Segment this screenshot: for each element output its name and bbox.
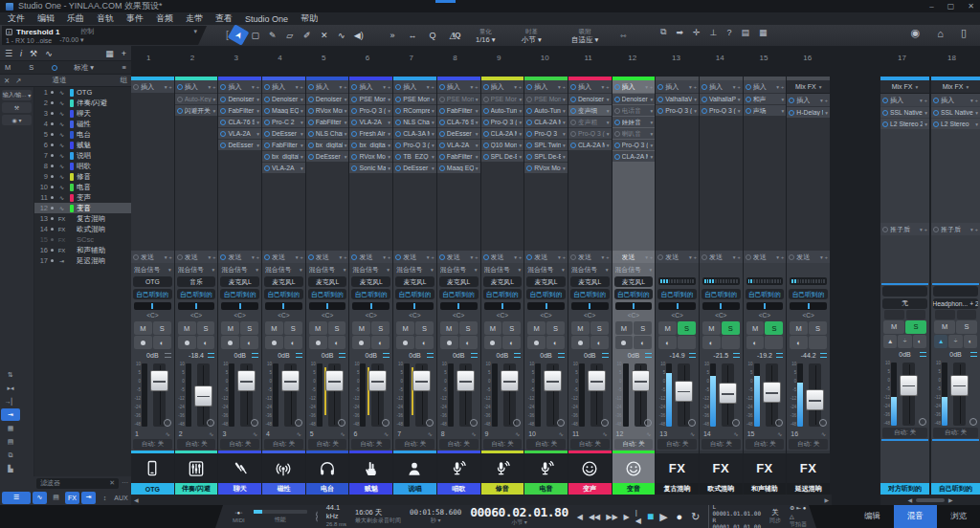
channel-name-label[interactable]: 和声辅助 xyxy=(744,483,787,495)
metronome-button[interactable]: ▲ xyxy=(883,335,897,348)
power-icon[interactable] xyxy=(483,84,489,90)
insert-slot[interactable]: bx_digital V3.▾ xyxy=(306,140,349,150)
send-slot[interactable]: 混合信号▾ xyxy=(349,263,392,275)
collapse-tracks-icon[interactable]: ⇅ xyxy=(1,368,20,381)
pan-slider[interactable] xyxy=(702,302,740,310)
insert-slot[interactable]: SSL Native B.▾ xyxy=(931,107,980,118)
automation-icon[interactable] xyxy=(427,353,434,358)
mute-button[interactable]: M xyxy=(221,321,239,335)
timestretch-icon[interactable]: ↔ xyxy=(405,27,420,43)
power-icon[interactable] xyxy=(702,254,707,260)
automation-icon[interactable] xyxy=(339,353,345,358)
fader-handle[interactable] xyxy=(544,370,562,391)
power-icon[interactable] xyxy=(177,84,183,90)
input-source-button[interactable]: OTG xyxy=(133,276,172,287)
output-route-button[interactable]: 自己听到的 xyxy=(308,289,347,299)
listen-tool[interactable]: ◀) xyxy=(351,27,367,43)
track-row[interactable]: 12∿变音 xyxy=(34,203,131,213)
insert-slot[interactable]: SPL De-Esse.▾ xyxy=(481,151,524,162)
input-source-button[interactable]: 麦克风L xyxy=(439,276,479,287)
channel-icon-tile[interactable]: FX xyxy=(787,453,830,483)
track-row[interactable]: 15FXSCsc xyxy=(34,234,131,245)
output-route-button[interactable]: 无 xyxy=(882,298,927,309)
send-section-header[interactable]: 发送▾+ xyxy=(700,251,743,263)
mute-button[interactable]: M xyxy=(309,321,327,335)
pan-slider[interactable] xyxy=(440,302,478,310)
return-to-start-icon[interactable]: |◀ xyxy=(635,508,641,525)
power-icon[interactable] xyxy=(395,84,401,90)
automation-icon[interactable] xyxy=(776,353,783,358)
power-icon[interactable] xyxy=(264,84,270,90)
power-icon[interactable] xyxy=(657,84,663,90)
menu-item-5[interactable]: 音频 xyxy=(156,12,173,25)
menu-item-1[interactable]: 编辑 xyxy=(37,12,55,25)
power-icon[interactable] xyxy=(746,254,751,260)
plugin-power-icon[interactable] xyxy=(220,143,226,148)
track-row[interactable]: 8∿唱歌 xyxy=(34,161,131,171)
mute-button[interactable]: M xyxy=(178,321,196,335)
record-arm-button[interactable] xyxy=(484,336,502,349)
performance-meter[interactable]: 性能 xyxy=(254,510,307,524)
insert-slot[interactable]: NLS Channel.▾ xyxy=(393,117,436,127)
autoscroll-icon[interactable]: » xyxy=(385,27,400,43)
channel-options-button[interactable] xyxy=(557,419,565,427)
solo-button[interactable]: S xyxy=(153,321,171,335)
midi-device-selector[interactable]: ◉ ▾ xyxy=(2,115,32,125)
channel-options-button[interactable] xyxy=(732,419,740,427)
channel-icon-tile[interactable] xyxy=(131,453,174,483)
solo-button[interactable]: S xyxy=(956,320,977,334)
insert-slot[interactable]: FabFilter Pro.▾ xyxy=(437,105,480,116)
insert-slot[interactable]: VLA-2A▾ xyxy=(349,117,392,127)
user-icon[interactable]: ◉ xyxy=(911,27,921,39)
channel-name-label[interactable]: 延迟混响 xyxy=(787,483,830,495)
insert-slot[interactable]: Pro-C 2▾ xyxy=(262,117,305,127)
send-slot[interactable] xyxy=(787,263,830,275)
channel-icon-tile[interactable] xyxy=(262,453,305,483)
plugin-power-icon[interactable] xyxy=(395,131,401,137)
eraser-tool[interactable]: ▱ xyxy=(282,27,298,43)
track-row[interactable]: 2∿伴奏/闪避 xyxy=(34,98,131,108)
solo-button[interactable]: S xyxy=(328,321,346,335)
plugin-power-icon[interactable] xyxy=(439,165,445,171)
insert-slot[interactable]: Pro-Q 3 (7)▾ xyxy=(656,105,699,116)
plugin-power-icon[interactable] xyxy=(882,121,888,127)
pan-slider[interactable] xyxy=(484,302,522,310)
insert-slot[interactable]: PSE Mono▾ xyxy=(349,94,392,104)
automation-mode-button[interactable]: 自动: 关 xyxy=(177,439,216,450)
output-route-button[interactable]: 自己听到的 xyxy=(526,289,566,299)
output-route-button[interactable]: 自己听到的 xyxy=(133,289,172,299)
send-section-header[interactable]: 发送▾+ xyxy=(349,251,392,263)
plugin-power-icon[interactable] xyxy=(570,143,576,148)
channel-options-button[interactable] xyxy=(775,419,783,427)
output-route-button[interactable]: 自己听到的 xyxy=(351,289,390,299)
plugin-power-icon[interactable] xyxy=(526,154,532,160)
track-row[interactable]: 11∿变声 xyxy=(34,192,131,203)
input-box[interactable] xyxy=(882,286,927,297)
output-route-button[interactable]: 自己听到的 xyxy=(483,289,523,299)
output-route-button[interactable]: 自己听到的 xyxy=(264,289,303,299)
plugin-power-icon[interactable] xyxy=(264,120,270,125)
insert-slot[interactable]: 和声▾ xyxy=(744,94,787,104)
fader-handle[interactable] xyxy=(763,382,781,403)
plugin-power-icon[interactable] xyxy=(614,143,620,148)
notification-icon[interactable]: ▯ xyxy=(961,27,967,39)
power-icon[interactable] xyxy=(702,84,707,90)
output-route-button[interactable]: 自己听到的 xyxy=(657,289,697,299)
channel-name-label[interactable]: 变声 xyxy=(568,483,612,495)
solo-button[interactable]: S xyxy=(284,321,302,335)
insert-slot[interactable]: ValhallaVinta.▾ xyxy=(656,94,699,104)
send-slot[interactable]: 混合信号▾ xyxy=(481,263,524,275)
plugin-power-icon[interactable] xyxy=(351,131,357,137)
power-icon[interactable] xyxy=(614,254,620,260)
plugin-power-icon[interactable] xyxy=(483,120,489,125)
plugin-power-icon[interactable] xyxy=(395,97,401,102)
fader-handle[interactable] xyxy=(325,370,344,391)
insert-section-header[interactable]: 插入▾+ xyxy=(306,80,349,93)
power-icon[interactable] xyxy=(657,254,663,260)
plugin-power-icon[interactable] xyxy=(351,108,357,114)
prev-marker-icon[interactable]: ◀ xyxy=(577,513,583,521)
bank-selector[interactable]: 标准 ▾ xyxy=(74,63,94,73)
insert-slot[interactable]: Auto-Key▾ xyxy=(175,94,218,104)
swap-button[interactable]: ◐ xyxy=(964,335,977,348)
plugin-power-icon[interactable] xyxy=(882,110,888,116)
